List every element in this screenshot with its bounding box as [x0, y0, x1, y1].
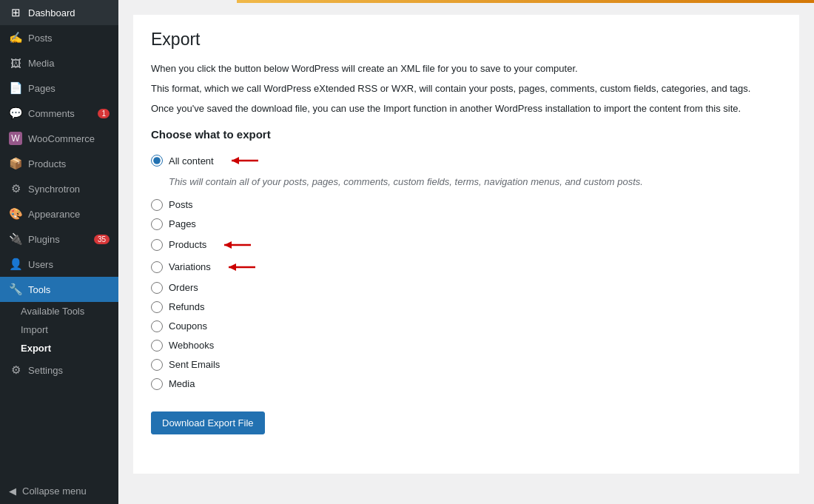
sidebar-item-tools[interactable]: 🔧 Tools: [0, 277, 118, 302]
desc-line-2: This format, which we call WordPress eXt…: [151, 81, 781, 97]
radio-orders[interactable]: [151, 282, 163, 294]
posts-icon: ✍: [9, 31, 22, 44]
label-variations: Variations: [169, 261, 211, 272]
arrow-products: [217, 238, 254, 252]
label-refunds: Refunds: [169, 301, 204, 312]
sidebar: ⊞ Dashboard ✍ Posts 🖼 Media 📄 Pages 💬 Co…: [0, 0, 118, 504]
red-arrow-products: [217, 238, 254, 252]
products-icon: 📦: [9, 157, 22, 170]
synchrotron-icon: ⚙: [9, 182, 22, 195]
svg-marker-5: [229, 263, 236, 271]
radio-media[interactable]: [151, 378, 163, 390]
option-refunds[interactable]: Refunds: [151, 298, 781, 317]
sidebar-item-media[interactable]: 🖼 Media: [0, 50, 118, 75]
label-products: Products: [169, 239, 206, 250]
all-content-desc: This will contain all of your posts, pag…: [169, 175, 781, 189]
radio-webhooks[interactable]: [151, 340, 163, 352]
tools-submenu: Available Tools Import Export: [0, 302, 118, 357]
woocommerce-icon: W: [9, 132, 22, 145]
option-orders[interactable]: Orders: [151, 278, 781, 298]
plugins-badge: 35: [94, 235, 110, 244]
media-icon: 🖼: [9, 56, 22, 70]
sidebar-item-settings[interactable]: ⚙ Settings: [0, 357, 118, 383]
label-posts: Posts: [169, 199, 193, 210]
option-variations[interactable]: Variations: [151, 256, 781, 278]
export-description: When you click the button below WordPres…: [151, 61, 781, 116]
export-options: All content This will contain all of you…: [151, 149, 781, 394]
radio-products[interactable]: [151, 239, 163, 251]
option-products[interactable]: Products: [151, 234, 781, 256]
section-title: Choose what to export: [151, 128, 781, 141]
option-media[interactable]: Media: [151, 374, 781, 394]
collapse-icon: ◀: [9, 485, 16, 497]
label-sent-emails: Sent Emails: [169, 359, 220, 370]
sidebar-item-comments[interactable]: 💬 Comments 1: [0, 101, 118, 126]
arrow-variations: [221, 260, 258, 275]
sidebar-item-appearance[interactable]: 🎨 Appearance: [0, 201, 118, 226]
download-export-button[interactable]: Download Export File: [151, 411, 265, 434]
page-title: Export: [151, 30, 781, 50]
radio-variations[interactable]: [151, 261, 163, 273]
sidebar-item-pages[interactable]: 📄 Pages: [0, 75, 118, 101]
main-content: Export When you click the button below W…: [118, 0, 814, 504]
settings-icon: ⚙: [9, 363, 22, 377]
sidebar-item-synchrotron[interactable]: ⚙ Synchrotron: [0, 176, 118, 201]
sidebar-item-woocommerce[interactable]: W WooCommerce: [0, 126, 118, 151]
desc-line-1: When you click the button below WordPres…: [151, 61, 781, 77]
option-pages[interactable]: Pages: [151, 215, 781, 234]
submenu-import[interactable]: Import: [21, 320, 118, 339]
radio-pages[interactable]: [151, 218, 163, 230]
red-arrow-variations: [221, 260, 258, 275]
submenu-export[interactable]: Export: [21, 339, 118, 357]
desc-line-3: Once you've saved the download file, you…: [151, 101, 781, 117]
sidebar-item-posts[interactable]: ✍ Posts: [0, 25, 118, 50]
label-all-content: All content: [169, 155, 214, 167]
option-coupons[interactable]: Coupons: [151, 317, 781, 336]
sidebar-item-dashboard[interactable]: ⊞ Dashboard: [0, 0, 118, 25]
radio-all-content[interactable]: [151, 155, 163, 167]
comments-badge: 1: [98, 109, 110, 118]
option-webhooks[interactable]: Webhooks: [151, 336, 781, 355]
collapse-menu[interactable]: ◀ Collapse menu: [0, 478, 118, 504]
submenu-available-tools[interactable]: Available Tools: [21, 302, 118, 320]
plugins-icon: 🔌: [9, 232, 22, 246]
dashboard-icon: ⊞: [9, 6, 22, 19]
sidebar-item-users[interactable]: 👤 Users: [0, 252, 118, 277]
label-webhooks: Webhooks: [169, 340, 214, 351]
sidebar-item-plugins[interactable]: 🔌 Plugins 35: [0, 226, 118, 252]
radio-coupons[interactable]: [151, 320, 163, 332]
users-icon: 👤: [9, 258, 22, 271]
top-bar: [237, 0, 814, 3]
svg-marker-3: [224, 241, 232, 249]
red-arrow-all-content: [224, 153, 261, 168]
tools-icon: 🔧: [9, 283, 22, 296]
option-sent-emails[interactable]: Sent Emails: [151, 355, 781, 374]
label-pages: Pages: [169, 218, 196, 229]
radio-posts[interactable]: [151, 199, 163, 211]
radio-sent-emails[interactable]: [151, 359, 163, 371]
label-coupons: Coupons: [169, 320, 207, 332]
content-area: Export When you click the button below W…: [133, 15, 799, 474]
pages-icon: 📄: [9, 81, 22, 95]
option-all-content[interactable]: All content: [151, 149, 781, 172]
radio-refunds[interactable]: [151, 301, 163, 313]
sidebar-item-products[interactable]: 📦 Products: [0, 151, 118, 176]
appearance-icon: 🎨: [9, 207, 22, 221]
arrow-all-content: [224, 153, 261, 168]
label-media: Media: [169, 378, 195, 389]
svg-marker-1: [232, 157, 239, 164]
comments-icon: 💬: [9, 107, 22, 120]
label-orders: Orders: [169, 282, 198, 293]
option-posts[interactable]: Posts: [151, 195, 781, 215]
